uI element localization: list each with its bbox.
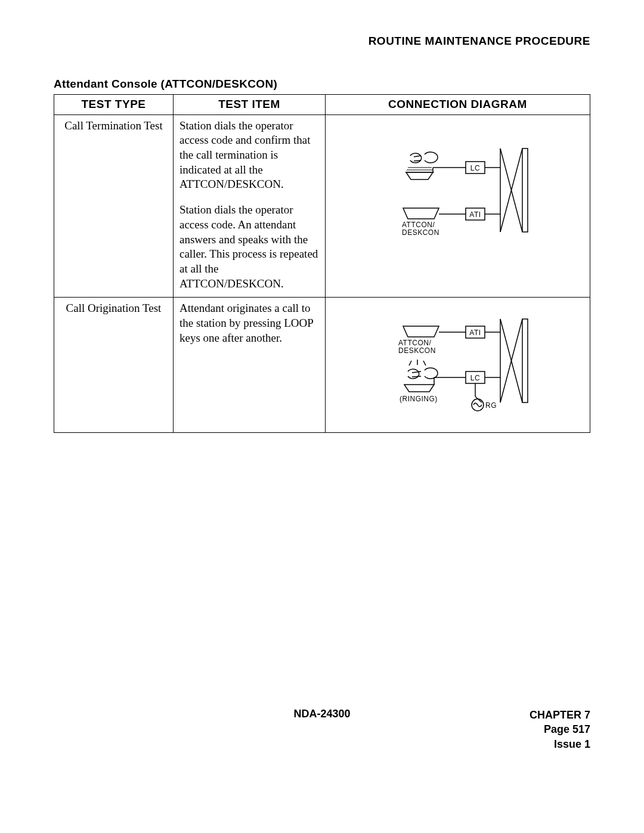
test-table: TEST TYPE TEST ITEM CONNECTION DIAGRAM C… xyxy=(54,94,590,433)
console-icon xyxy=(403,326,439,337)
diagram-origination: ATI ATTCON/ DESKCON xyxy=(332,301,584,426)
th-connection-diagram: CONNECTION DIAGRAM xyxy=(326,95,590,115)
cell-test-type: Call Origination Test xyxy=(54,298,174,433)
footer-page: Page 517 xyxy=(530,722,590,736)
section-title: Attendant Console (ATTCON/DESKCON) xyxy=(54,78,590,91)
console-icon xyxy=(403,208,439,219)
rg-icon xyxy=(472,383,484,411)
svg-line-8 xyxy=(414,160,421,161)
th-test-item: TEST ITEM xyxy=(174,95,326,115)
label-attcon: ATTCON/ xyxy=(402,221,435,229)
label-lc: LC xyxy=(470,374,480,382)
telephone-ringing-icon xyxy=(404,360,438,392)
table-row: Call Termination Test Station dials the … xyxy=(54,114,590,298)
page: ROUTINE MAINTENANCE PROCEDURE Attendant … xyxy=(0,0,644,833)
footer-chapter: CHAPTER 7 xyxy=(530,708,590,722)
cell-diagram: LC xyxy=(326,114,590,298)
table-row: Call Origination Test Attendant originat… xyxy=(54,298,590,433)
svg-rect-13 xyxy=(522,319,528,402)
test-item-paragraph: Station dials the operator access code. … xyxy=(179,203,319,291)
label-deskcon: DESKCON xyxy=(398,346,436,355)
svg-rect-0 xyxy=(522,148,528,232)
label-rg: RG xyxy=(485,401,497,410)
svg-line-7 xyxy=(414,156,421,157)
test-item-paragraph: Station dials the operator access code a… xyxy=(179,119,319,192)
label-ringing: (RINGING) xyxy=(400,395,438,403)
svg-line-23 xyxy=(409,361,411,366)
cell-diagram: ATI ATTCON/ DESKCON xyxy=(326,298,590,433)
test-item-paragraph: Attendant originates a call to the stati… xyxy=(179,301,319,345)
cell-test-item: Station dials the operator access code a… xyxy=(174,114,326,298)
label-ati: ATI xyxy=(469,210,481,219)
svg-line-27 xyxy=(412,376,421,377)
th-test-type: TEST TYPE xyxy=(54,95,174,115)
page-header: ROUTINE MAINTENANCE PROCEDURE xyxy=(54,35,590,48)
label-deskcon: DESKCON xyxy=(402,228,439,237)
label-attcon: ATTCON/ xyxy=(398,339,431,347)
footer-issue: Issue 1 xyxy=(530,737,590,751)
cell-test-item: Attendant originates a call to the stati… xyxy=(174,298,326,433)
table-header-row: TEST TYPE TEST ITEM CONNECTION DIAGRAM xyxy=(54,95,590,115)
label-lc: LC xyxy=(470,164,480,172)
footer-doc-number: NDA-24300 xyxy=(293,708,350,720)
svg-line-25 xyxy=(423,361,426,366)
svg-line-26 xyxy=(412,371,421,373)
diagram-svg: ATI ATTCON/ DESKCON xyxy=(332,301,594,426)
cell-test-type: Call Termination Test xyxy=(54,114,174,298)
telephone-icon xyxy=(405,152,438,179)
label-ati: ATI xyxy=(469,329,481,337)
diagram-termination: LC xyxy=(332,119,584,268)
diagram-svg: LC xyxy=(332,119,594,268)
